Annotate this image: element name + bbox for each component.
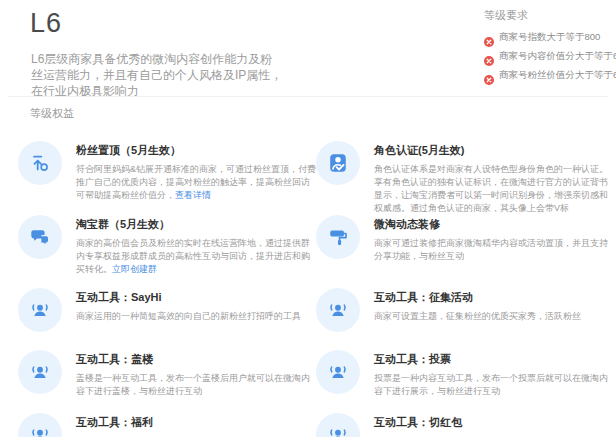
- requirements-list: 商家号指数大于等于800商家号内容价值分大于等于600商家号粉丝价值分大于等于6…: [484, 31, 612, 82]
- level-requirements-panel: 等级要求 商家号指数大于等于800商家号内容价值分大于等于600商家号粉丝价值分…: [484, 8, 612, 88]
- cross-circle-icon: [484, 33, 494, 43]
- benefit-card-body: 互动工具：SayHi商家运用的一种简短高效的向自己的新粉丝打招呼的工具: [76, 288, 316, 323]
- cross-circle-icon: [484, 71, 494, 81]
- benefit-title: 互动工具：盖楼: [76, 352, 316, 367]
- benefit-title: 互动工具：福利: [76, 415, 316, 430]
- speaker-person-icon: [18, 413, 62, 437]
- requirement-text: 商家号指数大于等于800: [499, 31, 600, 44]
- header-divider: [8, 96, 608, 97]
- benefit-card-body: 角色认证(5月生效)角色认证体系是对商家有人设特色型身份角色的一种认证。享有角色…: [374, 141, 614, 215]
- level-benefits-page: L6 L6层级商家具备优秀的微淘内容创作能力及粉丝运营能力，并且有自己的个人风格…: [0, 0, 616, 437]
- benefit-card: 互动工具：切红包: [316, 413, 614, 437]
- benefit-card-body: 互动工具：盖楼盖楼是一种互动工具，发布一个盖楼后用户就可以在微淘内容下进行盖楼，…: [76, 350, 316, 398]
- benefit-card: 互动工具：投票投票是一种内容互动工具，发布一个投票后就可以在微淘内容下进行展示，…: [316, 350, 614, 413]
- benefit-link[interactable]: 立即创建群: [112, 264, 157, 274]
- benefit-card-body: 互动工具：福利: [76, 413, 316, 435]
- benefit-title: 互动工具：征集活动: [374, 290, 614, 305]
- level-title: L6: [30, 8, 62, 39]
- requirement-item: 商家号指数大于等于800: [484, 31, 612, 44]
- requirement-item: 商家号粉丝价值分大于等于600: [484, 69, 612, 82]
- benefit-card-body: 互动工具：征集活动商家可设置主题，征集粉丝的优质买家秀，活跃粉丝: [374, 288, 614, 323]
- benefit-card-body: 互动工具：投票投票是一种内容互动工具，发布一个投票后就可以在微淘内容下进行展示，…: [374, 350, 614, 398]
- benefit-card-body: 粉丝置顶（5月生效）符合阿里妈妈&钻展开通标准的商家，可通过粉丝置顶，付费推广自…: [76, 141, 316, 202]
- requirement-item: 商家号内容价值分大于等于600: [484, 50, 612, 63]
- page-header: L6 L6层级商家具备优秀的微淘内容创作能力及粉丝运营能力，并且有自己的个人风格…: [0, 0, 616, 97]
- speaker-person-icon: [316, 350, 360, 394]
- benefit-card: 互动工具：SayHi商家运用的一种简短高效的向自己的新粉丝打招呼的工具: [18, 288, 316, 350]
- benefit-title: 淘宝群（5月生效）: [76, 217, 316, 232]
- benefit-link[interactable]: 查看详情: [175, 190, 211, 200]
- benefit-description: 符合阿里妈妈&钻展开通标准的商家，可通过粉丝置顶，付费推广自己的优质内容，提高对…: [76, 163, 316, 202]
- pin-top-icon: [18, 141, 62, 185]
- benefit-card-body: 互动工具：切红包: [374, 413, 614, 435]
- benefit-description: 盖楼是一种互动工具，发布一个盖楼后用户就可以在微淘内容下进行盖楼，与粉丝进行互动: [76, 372, 316, 398]
- benefit-card: 互动工具：征集活动商家可设置主题，征集粉丝的优质买家秀，活跃粉丝: [316, 288, 614, 350]
- level-description: L6层级商家具备优秀的微淘内容创作能力及粉丝运营能力，并且有自己的个人风格及IP…: [31, 51, 283, 99]
- requirement-text: 商家号内容价值分大于等于600: [499, 50, 616, 63]
- chat-group-icon: [18, 215, 62, 259]
- requirements-title: 等级要求: [484, 8, 612, 23]
- benefit-card: 角色认证(5月生效)角色认证体系是对商家有人设特色型身份角色的一种认证。享有角色…: [316, 141, 614, 215]
- benefits-section-title: 等级权益: [30, 106, 616, 121]
- benefit-description: 商家可设置主题，征集粉丝的优质买家秀，活跃粉丝: [374, 310, 614, 323]
- benefit-card-body: 淘宝群（5月生效）商家的高价值会员及粉丝的实时在线运营阵地，通过提供群内专享权益…: [76, 215, 316, 276]
- benefit-title: 微淘动态装修: [374, 217, 614, 232]
- speaker-person-icon: [18, 350, 62, 394]
- benefit-description: 投票是一种内容互动工具，发布一个投票后就可以在微淘内容下进行展示，与粉丝进行互动: [374, 372, 614, 398]
- benefit-title: 粉丝置顶（5月生效）: [76, 143, 316, 158]
- speaker-person-icon: [18, 288, 62, 332]
- benefit-description: 角色认证体系是对商家有人设特色型身份角色的一种认证。享有角色认证的独有认证标识，…: [374, 163, 614, 215]
- benefit-description: 商家可通过装修把商家微淘精华内容或活动置顶，并且支持分享功能，与粉丝互动: [374, 237, 614, 263]
- benefit-title: 互动工具：SayHi: [76, 290, 316, 305]
- benefit-card: 粉丝置顶（5月生效）符合阿里妈妈&钻展开通标准的商家，可通过粉丝置顶，付费推广自…: [18, 141, 316, 215]
- benefit-card-body: 微淘动态装修商家可通过装修把商家微淘精华内容或活动置顶，并且支持分享功能，与粉丝…: [374, 215, 614, 263]
- badge-verified-icon: [316, 141, 360, 185]
- benefit-title: 互动工具：投票: [374, 352, 614, 367]
- benefits-grid: 粉丝置顶（5月生效）符合阿里妈妈&钻展开通标准的商家，可通过粉丝置顶，付费推广自…: [18, 141, 616, 437]
- benefit-card: 微淘动态装修商家可通过装修把商家微淘精华内容或活动置顶，并且支持分享功能，与粉丝…: [316, 215, 614, 288]
- cross-circle-icon: [484, 52, 494, 62]
- benefit-card: 互动工具：盖楼盖楼是一种互动工具，发布一个盖楼后用户就可以在微淘内容下进行盖楼，…: [18, 350, 316, 413]
- benefit-card: 淘宝群（5月生效）商家的高价值会员及粉丝的实时在线运营阵地，通过提供群内专享权益…: [18, 215, 316, 288]
- benefit-title: 互动工具：切红包: [374, 415, 614, 430]
- benefit-card: 互动工具：福利: [18, 413, 316, 437]
- speaker-person-icon: [316, 288, 360, 332]
- benefit-description: 商家运用的一种简短高效的向自己的新粉丝打招呼的工具: [76, 310, 316, 323]
- benefit-title: 角色认证(5月生效): [374, 143, 614, 158]
- paint-roller-icon: [316, 215, 360, 259]
- requirement-text: 商家号粉丝价值分大于等于600: [499, 69, 616, 82]
- benefit-description: 商家的高价值会员及粉丝的实时在线运营阵地，通过提供群内专享权益形成群成员的高粘性…: [76, 237, 316, 276]
- speaker-person-icon: [316, 413, 360, 437]
